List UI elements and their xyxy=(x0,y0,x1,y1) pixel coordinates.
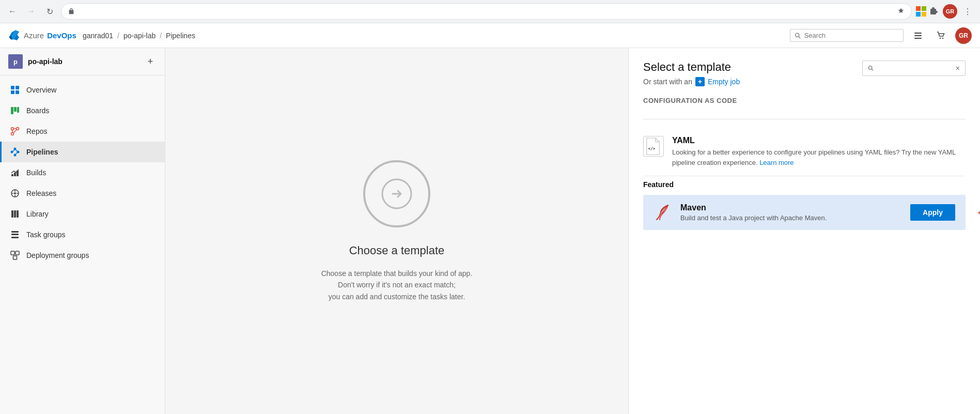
task-groups-icon xyxy=(10,229,20,240)
windows-icon xyxy=(916,6,926,17)
azure-devops-logo[interactable]: Azure DevOps xyxy=(8,29,76,42)
settings-button[interactable] xyxy=(910,27,926,44)
breadcrumb-org[interactable]: ganrad01 xyxy=(83,32,113,40)
browser-reload-button[interactable]: ↻ xyxy=(42,4,57,19)
svg-rect-25 xyxy=(14,173,16,176)
apply-arrow-indicator: ← xyxy=(975,204,980,221)
choose-template-desc-line3: you can add and customize the tasks late… xyxy=(329,293,465,301)
sidebar-project-header: p po-api-lab + xyxy=(0,48,165,75)
right-panel-title-area: Select a template Or start with an Empty… xyxy=(643,60,740,86)
svg-point-5 xyxy=(940,37,941,38)
template-search-input[interactable]: Maven xyxy=(877,65,953,72)
browser-chrome: ← → ↻ https://dev.azure.com/ganrad01/po-… xyxy=(0,0,980,23)
svg-point-14 xyxy=(11,128,14,130)
config-as-code-label: Configuration as code xyxy=(643,97,966,104)
svg-rect-35 xyxy=(11,251,14,255)
search-input[interactable] xyxy=(804,32,899,39)
right-panel-title: Select a template xyxy=(643,60,740,74)
sidebar-label-library: Library xyxy=(26,210,49,218)
sidebar-item-releases[interactable]: Releases xyxy=(0,183,165,204)
logo-azure-text: Azure xyxy=(24,31,44,40)
search-icon xyxy=(795,32,801,39)
deployment-groups-icon xyxy=(10,250,20,260)
sidebar-item-boards[interactable]: Boards xyxy=(0,100,165,121)
browser-forward-button[interactable]: → xyxy=(24,4,38,19)
right-panel: Select a template Or start with an Empty… xyxy=(629,48,980,414)
svg-rect-8 xyxy=(15,86,19,89)
svg-point-27 xyxy=(14,192,16,194)
sidebar: p po-api-lab + Overvie xyxy=(0,48,165,414)
svg-text:</>: </> xyxy=(648,146,656,151)
empty-job-link[interactable]: Empty job xyxy=(708,78,740,86)
breadcrumb-current: Pipelines xyxy=(166,32,195,40)
sidebar-item-builds[interactable]: Builds xyxy=(0,162,165,183)
project-icon: p xyxy=(8,54,23,69)
url-input[interactable]: https://dev.azure.com/ganrad01/po-api-la… xyxy=(78,8,894,16)
choose-template-content: Choose a template Choose a template that… xyxy=(301,140,493,323)
extensions-icon[interactable] xyxy=(929,6,940,17)
top-nav-avatar[interactable]: GR xyxy=(955,27,972,44)
breadcrumb-project[interactable]: po-api-lab xyxy=(123,32,155,40)
sidebar-label-overview: Overview xyxy=(26,86,56,94)
svg-rect-3 xyxy=(914,35,922,36)
sidebar-item-repos[interactable]: Repos xyxy=(0,121,165,142)
svg-line-1 xyxy=(799,36,800,38)
top-nav-right: GR xyxy=(790,27,972,44)
yaml-learn-more-link[interactable]: Learn more xyxy=(759,159,794,166)
template-search-clear[interactable]: × xyxy=(956,64,960,72)
star-icon[interactable] xyxy=(897,7,905,16)
sidebar-label-task-groups: Task groups xyxy=(26,231,65,239)
svg-rect-32 xyxy=(11,231,19,233)
sidebar-label-repos: Repos xyxy=(26,127,47,135)
browser-menu-button[interactable]: ⋮ xyxy=(960,4,975,19)
sidebar-project-info: p po-api-lab xyxy=(8,54,63,69)
right-panel-header: Select a template Or start with an Empty… xyxy=(643,60,966,86)
svg-rect-34 xyxy=(11,237,19,238)
svg-rect-11 xyxy=(11,107,13,114)
choose-template-desc: Choose a template that builds your kind … xyxy=(321,268,473,302)
list-icon xyxy=(913,31,923,40)
browser-address-bar[interactable]: https://dev.azure.com/ganrad01/po-api-la… xyxy=(61,3,912,20)
sidebar-label-deployment-groups: Deployment groups xyxy=(26,251,89,259)
svg-line-22 xyxy=(15,150,18,152)
svg-point-0 xyxy=(796,33,799,37)
top-nav: Azure DevOps ganrad01 / po-api-lab / Pip… xyxy=(0,23,980,48)
library-icon xyxy=(10,209,20,219)
overview-icon xyxy=(10,85,20,95)
arrow-circle xyxy=(363,160,430,227)
main-content: p po-api-lab + Overvie xyxy=(0,48,980,414)
breadcrumb: ganrad01 / po-api-lab / Pipelines xyxy=(83,32,784,40)
svg-line-23 xyxy=(15,152,18,155)
sidebar-add-button[interactable]: + xyxy=(144,55,157,68)
template-search-box[interactable]: Maven × xyxy=(862,60,966,76)
sidebar-item-overview[interactable]: Overview xyxy=(0,80,165,100)
releases-icon xyxy=(10,188,20,198)
project-name: po-api-lab xyxy=(28,57,63,66)
svg-point-15 xyxy=(17,128,19,130)
browser-actions: GR ⋮ xyxy=(916,4,975,19)
cart-button[interactable] xyxy=(932,27,949,44)
svg-rect-12 xyxy=(14,107,17,112)
sidebar-item-pipelines[interactable]: Pipelines xyxy=(0,142,165,162)
sidebar-item-task-groups[interactable]: Task groups xyxy=(0,224,165,245)
template-search-icon xyxy=(868,65,874,72)
sidebar-label-pipelines: Pipelines xyxy=(26,148,58,156)
featured-label: Featured xyxy=(643,180,966,189)
logo-devops-text: DevOps xyxy=(47,31,76,40)
sidebar-label-releases: Releases xyxy=(26,189,56,197)
svg-rect-9 xyxy=(11,90,14,94)
svg-point-6 xyxy=(942,37,943,38)
config-divider xyxy=(643,119,966,119)
browser-avatar[interactable]: GR xyxy=(943,4,957,19)
svg-rect-4 xyxy=(914,38,922,39)
sidebar-item-library[interactable]: Library xyxy=(0,204,165,224)
subtitle-prefix: Or start with an xyxy=(643,78,692,86)
browser-back-button[interactable]: ← xyxy=(5,4,20,19)
svg-rect-7 xyxy=(11,86,14,89)
pipelines-icon xyxy=(10,147,20,157)
apply-button[interactable]: Apply xyxy=(910,204,955,221)
sidebar-label-boards: Boards xyxy=(26,106,49,115)
svg-rect-29 xyxy=(11,210,13,218)
search-box[interactable] xyxy=(790,29,904,42)
sidebar-item-deployment-groups[interactable]: Deployment groups xyxy=(0,245,165,266)
